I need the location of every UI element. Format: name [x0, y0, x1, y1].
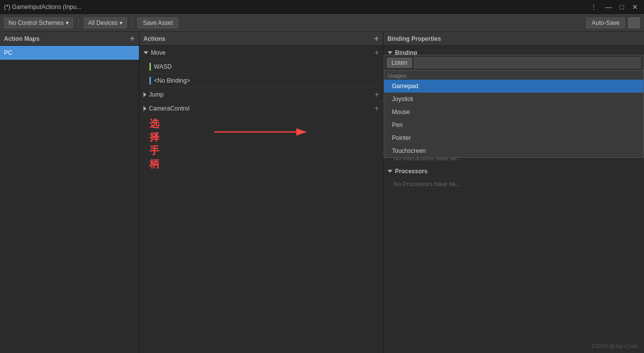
binding-item-no-binding[interactable]: <No Binding>: [139, 74, 383, 88]
titlebar: (*) GameInputActions (Inpu... ⋮ — □ ✕: [0, 0, 644, 14]
triangle-down-icon: [143, 51, 148, 54]
processors-section-row: Processors: [384, 164, 644, 178]
triangle-right-icon-jump: [143, 92, 146, 97]
toolbar-separator-2: [132, 18, 132, 28]
action-item-move[interactable]: Move +: [139, 46, 383, 60]
no-binding-stripe: [149, 77, 151, 85]
action-item-jump[interactable]: Jump +: [139, 88, 383, 102]
processors-section-triangle: [387, 170, 392, 173]
close-btn[interactable]: ✕: [630, 3, 640, 11]
binding-panel-title: Binding Properties: [387, 35, 441, 42]
dropdown-item-mouse[interactable]: Mouse: [384, 106, 644, 118]
dropdown-item-joystick[interactable]: Joystick: [384, 93, 644, 106]
toolbar-search-input[interactable]: [628, 17, 640, 28]
binding-label-wasd: WASD: [154, 63, 379, 70]
wasd-stripe: [149, 63, 151, 71]
maximize-btn[interactable]: □: [618, 3, 626, 11]
action-label-camera-control: CameraControl: [149, 105, 375, 112]
actions-header: Actions +: [139, 32, 383, 46]
dropdown-arrow-icon: ▾: [66, 19, 69, 26]
action-item-camera-control[interactable]: CameraControl +: [139, 102, 383, 116]
processors-label: Processors: [395, 168, 427, 175]
autosave-area: Auto-Save: [586, 17, 640, 28]
actions-panel: Actions + Move + WASD <No Binding> Jump …: [139, 32, 384, 353]
dropdown-search-input[interactable]: [414, 57, 641, 68]
dropdown-item-touchscreen[interactable]: Touchscreen: [384, 144, 644, 157]
all-devices-btn[interactable]: All Devices ▾: [84, 17, 127, 28]
binding-item-wasd[interactable]: WASD: [139, 60, 383, 74]
no-control-schemes-btn[interactable]: No Control Schemes ▾: [4, 17, 73, 28]
binding-section-triangle: [387, 51, 392, 54]
binding-panel-header: Binding Properties: [384, 32, 644, 46]
action-map-label-pc: PC: [4, 49, 12, 56]
path-dropdown-overlay: Listen Usages Gamepad Joystick Mouse Pen…: [384, 55, 644, 158]
toolbar: No Control Schemes ▾ All Devices ▾ Save …: [0, 14, 644, 32]
main-content: Action Maps + PC Actions + Move + WASD <…: [0, 32, 644, 353]
footer-watermark: CSDN @Jay-Code: [592, 343, 638, 349]
action-maps-panel: Action Maps + PC: [0, 32, 139, 353]
devices-dropdown-arrow-icon: ▾: [120, 19, 123, 26]
action-map-item-pc[interactable]: PC: [0, 46, 139, 60]
usages-label: Usages: [384, 71, 644, 80]
minimize-btn[interactable]: —: [603, 3, 614, 11]
action-maps-header: Action Maps +: [0, 32, 139, 46]
add-binding-jump-btn[interactable]: +: [375, 90, 379, 99]
dropdown-item-gamepad[interactable]: Gamepad: [384, 80, 644, 93]
listen-btn[interactable]: Listen: [387, 58, 412, 68]
auto-save-btn[interactable]: Auto-Save: [586, 17, 625, 28]
add-action-map-btn[interactable]: +: [129, 34, 135, 43]
window-title: (*) GameInputActions (Inpu...: [4, 3, 81, 10]
dropdown-item-pen[interactable]: Pen: [384, 118, 644, 131]
binding-label-no-binding: <No Binding>: [154, 77, 379, 84]
action-label-move: Move: [151, 49, 375, 56]
actions-title: Actions: [143, 35, 165, 42]
add-binding-move-btn[interactable]: +: [375, 48, 379, 57]
titlebar-controls: ⋮ — □ ✕: [588, 3, 640, 11]
dropdown-search-row: Listen: [384, 55, 644, 71]
no-processors-text: No Processors have be...: [384, 178, 644, 190]
action-label-jump: Jump: [149, 91, 375, 98]
action-maps-title: Action Maps: [4, 35, 39, 42]
menu-icon[interactable]: ⋮: [588, 3, 599, 11]
dropdown-item-pointer[interactable]: Pointer: [384, 131, 644, 144]
triangle-right-icon-camera: [143, 106, 146, 111]
add-binding-camera-btn[interactable]: +: [375, 104, 379, 113]
add-action-btn[interactable]: +: [374, 34, 379, 43]
binding-panel: Binding Properties Binding Path ▾ T List…: [384, 32, 644, 353]
toolbar-separator-1: [78, 18, 79, 28]
save-asset-btn[interactable]: Save Asset: [137, 17, 178, 28]
